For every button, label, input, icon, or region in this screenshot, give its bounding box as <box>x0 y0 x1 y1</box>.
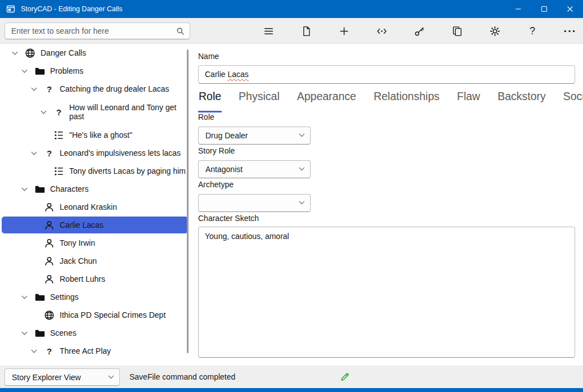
tree-item-how-will-leonard-and-tony[interactable]: ? How will Leonard and Tony get past <box>0 98 190 126</box>
folder-icon <box>34 184 45 195</box>
tab-relationships[interactable]: Relationships <box>373 89 440 112</box>
copy-button[interactable] <box>447 21 467 40</box>
pivot-tabs: Role Physical Appearance Relationships F… <box>198 89 583 112</box>
character-icon <box>44 202 55 213</box>
tree-item-label: Problems <box>50 66 83 75</box>
misspelled-word: Lacas <box>227 70 248 79</box>
ellipsis-icon: ··· <box>564 25 577 37</box>
chevron-down-icon[interactable] <box>21 332 34 334</box>
window-title: StoryCAD - Editing Danger Calls <box>21 5 123 13</box>
tree-item-catching-the-drug-dealer[interactable]: ? Catching the drug dealer Lacas <box>0 80 190 98</box>
tab-flaw[interactable]: Flaw <box>456 89 481 112</box>
search-input[interactable] <box>10 26 176 35</box>
tab-role[interactable]: Role <box>198 89 222 112</box>
chevron-down-icon[interactable] <box>30 88 44 90</box>
tree-item-label: Ithica PD Special Crimes Dept <box>60 310 165 319</box>
folder-icon <box>34 292 45 303</box>
menu-button[interactable] <box>259 21 278 40</box>
tree-item-label: Settings <box>50 292 79 301</box>
help-button[interactable]: ? <box>523 21 542 40</box>
titlebar: StoryCAD - Editing Danger Calls <box>0 0 583 18</box>
chevron-down-icon[interactable] <box>21 70 34 72</box>
close-icon <box>567 6 573 12</box>
maximize-icon <box>541 6 548 12</box>
chevron-down-icon[interactable] <box>21 296 34 298</box>
document-icon <box>301 26 312 37</box>
more-button[interactable]: ··· <box>560 21 580 40</box>
story-role-label: Story Role <box>198 146 235 155</box>
tree-item-leonards-impulsiveness[interactable]: ? Leonard's impulsiveness lets lacas <box>0 144 190 162</box>
character-sketch-textarea[interactable]: Young, cautious, amoral <box>198 227 575 358</box>
tree-item-hes-like-a-ghost[interactable]: "He's like a ghost" <box>0 126 190 144</box>
status-bar: Story Explorer View SaveFile command com… <box>0 366 583 388</box>
copy-icon <box>452 26 463 37</box>
minimize-button[interactable] <box>505 0 531 18</box>
bottom-accent-bar <box>0 388 583 392</box>
help-icon: ? <box>530 26 535 36</box>
tree-item-three-act-play[interactable]: ? Three Act Play <box>0 342 190 360</box>
view-selector-combobox[interactable]: Story Explorer View <box>5 368 120 386</box>
window-controls <box>505 0 583 18</box>
chevron-down-icon[interactable] <box>30 350 44 352</box>
tab-physical[interactable]: Physical <box>238 89 280 112</box>
tree-item-tony-diverts-lacas[interactable]: Tony diverts Lacas by paging him <box>0 162 190 180</box>
tree-item-scenes[interactable]: Scenes <box>0 324 190 342</box>
tab-social[interactable]: Social <box>563 89 583 112</box>
chevron-down-icon[interactable] <box>11 52 25 54</box>
chevron-down-icon[interactable] <box>30 152 44 154</box>
tree-item-robert-luhrs[interactable]: Robert Luhrs <box>0 270 190 288</box>
tree-item-label: Three Act Play <box>60 346 111 355</box>
settings-button[interactable] <box>485 21 504 40</box>
problem-icon: ? <box>44 346 55 356</box>
character-sketch-label: Character Sketch <box>198 214 259 223</box>
tree-item-label: Leonard's impulsiveness lets lacas <box>60 148 181 157</box>
add-button[interactable] <box>334 21 353 40</box>
story-role-combobox[interactable]: Antagonist <box>198 160 311 178</box>
tree-item-label: Danger Calls <box>41 48 86 57</box>
chevron-down-icon <box>299 131 304 136</box>
tree-item-label: Characters <box>50 184 88 193</box>
problem-icon: ? <box>44 84 55 94</box>
maximize-button[interactable] <box>531 0 557 18</box>
tree-item-ithica-pd[interactable]: Ithica PD Special Crimes Dept <box>0 306 190 324</box>
tree-scrollbar[interactable] <box>187 49 189 353</box>
globe-icon <box>44 310 55 321</box>
app-icon <box>6 4 15 13</box>
tree-item-label: Tony Irwin <box>60 238 95 247</box>
tree-item-label: Tony diverts Lacas by paging him <box>69 166 186 175</box>
plus-icon <box>339 26 349 37</box>
tree-item-settings[interactable]: Settings <box>0 288 190 306</box>
close-button[interactable] <box>557 0 583 18</box>
toolbar-buttons: ? ··· <box>259 21 580 40</box>
tab-appearance[interactable]: Appearance <box>297 89 357 112</box>
tree-item-characters[interactable]: Characters <box>0 180 190 198</box>
story-overview-icon <box>25 48 35 58</box>
minimize-icon <box>515 6 522 12</box>
tree-item-label: Leonard Kraskin <box>60 202 117 211</box>
name-value: Carlie <box>205 70 227 79</box>
name-input[interactable]: Carlie Lacas <box>198 65 575 84</box>
role-combobox[interactable]: Drug Dealer <box>198 127 311 145</box>
chevron-down-icon[interactable] <box>40 111 53 113</box>
tab-backstory[interactable]: Backstory <box>497 89 546 112</box>
scene-icon <box>53 166 64 177</box>
search-icon[interactable] <box>176 27 185 35</box>
archetype-combobox[interactable] <box>198 194 311 212</box>
file-button[interactable] <box>297 21 316 40</box>
tree-item-tony-irwin[interactable]: Tony Irwin <box>0 234 190 252</box>
tree-item-danger-calls[interactable]: Danger Calls <box>0 44 190 62</box>
tree-item-problems[interactable]: Problems <box>0 62 190 80</box>
search-box[interactable] <box>5 22 190 39</box>
chevron-down-icon[interactable] <box>21 188 34 190</box>
character-icon <box>44 238 55 249</box>
tree-item-jack-chun[interactable]: Jack Chun <box>0 252 190 270</box>
status-message: SaveFile command completed <box>129 366 235 388</box>
role-value: Drug Dealer <box>205 131 248 140</box>
storycad-window: StoryCAD - Editing Danger Calls ? ··· <box>0 0 583 392</box>
tree-item-carlie-lacas[interactable]: Carlie Lacas <box>0 216 190 234</box>
problem-icon: ? <box>44 148 55 158</box>
character-icon <box>44 274 55 285</box>
tree-item-leonard-kraskin[interactable]: Leonard Kraskin <box>0 198 190 216</box>
key-button[interactable] <box>410 21 429 40</box>
move-button[interactable] <box>372 21 391 40</box>
